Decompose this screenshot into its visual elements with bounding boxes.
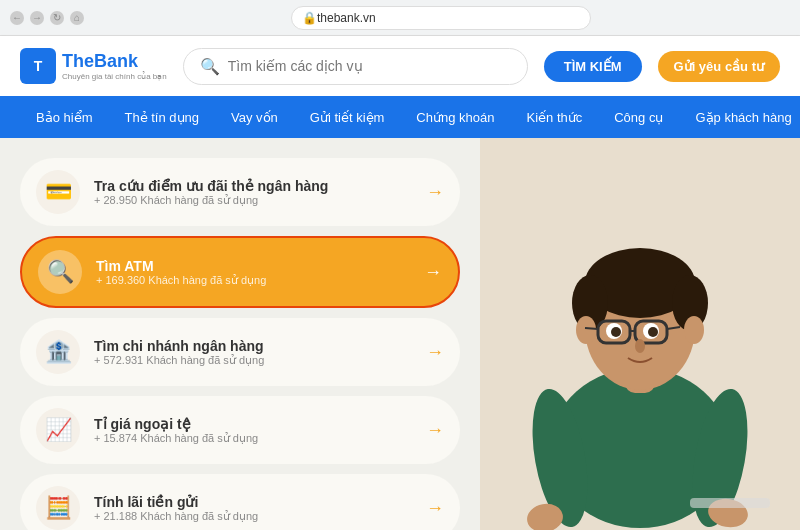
- svg-point-8: [684, 316, 704, 344]
- refresh-btn[interactable]: ↻: [50, 11, 64, 25]
- nav-item-bảo-hiểm[interactable]: Bảo hiểm: [20, 96, 108, 138]
- service-info-tra-cuu: Tra cứu điểm ưu đãi thẻ ngân hàng + 28.9…: [94, 178, 412, 207]
- service-subtitle-tim-chi-nhanh: + 572.931 Khách hàng đã sử dụng: [94, 354, 412, 367]
- service-item-tim-atm[interactable]: 🔍 Tìm ATM + 169.360 Khách hàng đã sử dụn…: [20, 236, 460, 308]
- service-info-tim-atm: Tìm ATM + 169.360 Khách hàng đã sử dụng: [96, 258, 410, 287]
- service-title-tinh-lai: Tính lãi tiền gửi: [94, 494, 412, 510]
- back-btn[interactable]: ←: [10, 11, 24, 25]
- service-item-tim-chi-nhanh[interactable]: 🏦 Tìm chi nhánh ngân hàng + 572.931 Khác…: [20, 318, 460, 386]
- arrow-icon-tra-cuu: →: [426, 182, 444, 203]
- search-button[interactable]: TÌM KIẾM: [544, 51, 642, 82]
- service-item-tinh-lai[interactable]: 🧮 Tính lãi tiền gửi + 21.188 Khách hàng …: [20, 474, 460, 530]
- header: T TheBank Chuyên gia tài chính của bạn 🔍…: [0, 36, 800, 96]
- svg-point-17: [648, 327, 658, 337]
- arrow-icon-tim-atm: →: [424, 262, 442, 283]
- home-btn[interactable]: ⌂: [70, 11, 84, 25]
- nav-item-kiến-thức[interactable]: Kiến thức: [510, 96, 598, 138]
- main-nav: Bảo hiểmThẻ tín dụngVay vốnGửi tiết kiệm…: [0, 96, 800, 138]
- address-bar[interactable]: 🔒 thebank.vn: [291, 6, 591, 30]
- service-icon-tim-chi-nhanh: 🏦: [36, 330, 80, 374]
- browser-chrome: ← → ↻ ⌂ 🔒 thebank.vn: [0, 0, 800, 36]
- arrow-icon-tim-chi-nhanh: →: [426, 342, 444, 363]
- service-icon-tinh-lai: 🧮: [36, 486, 80, 530]
- logo[interactable]: T TheBank Chuyên gia tài chính của bạn: [20, 48, 167, 84]
- nav-item-vay-vốn[interactable]: Vay vốn: [215, 96, 294, 138]
- service-title-ti-gia: Tỉ giá ngoại tệ: [94, 416, 412, 432]
- search-icon: 🔍: [200, 57, 220, 76]
- nav-item-gặp-khách-hàng[interactable]: Gặp khách hàng: [679, 96, 800, 138]
- service-info-tinh-lai: Tính lãi tiền gửi + 21.188 Khách hàng đã…: [94, 494, 412, 523]
- svg-line-12: [585, 328, 598, 329]
- service-subtitle-tra-cuu: + 28.950 Khách hàng đã sử dụng: [94, 194, 412, 207]
- arrow-icon-tinh-lai: →: [426, 498, 444, 519]
- search-bar[interactable]: 🔍: [183, 48, 528, 85]
- service-icon-tim-atm: 🔍: [38, 250, 82, 294]
- logo-name: TheBank: [62, 51, 167, 72]
- logo-tagline: Chuyên gia tài chính của bạn: [62, 72, 167, 81]
- main-content: 💳 Tra cứu điểm ưu đãi thẻ ngân hàng + 28…: [0, 138, 800, 530]
- nav-item-công-cụ[interactable]: Công cụ: [598, 96, 679, 138]
- svg-point-18: [635, 339, 645, 353]
- nav-item-gửi-tiết-kiệm[interactable]: Gửi tiết kiệm: [294, 96, 401, 138]
- service-icon-ti-gia: 📈: [36, 408, 80, 452]
- service-subtitle-tim-atm: + 169.360 Khách hàng đã sử dụng: [96, 274, 410, 287]
- service-subtitle-tinh-lai: + 21.188 Khách hàng đã sử dụng: [94, 510, 412, 523]
- logo-text: TheBank Chuyên gia tài chính của bạn: [62, 51, 167, 81]
- service-item-tra-cuu[interactable]: 💳 Tra cứu điểm ưu đãi thẻ ngân hàng + 28…: [20, 158, 460, 226]
- url-text: thebank.vn: [317, 11, 376, 25]
- browser-controls: ← → ↻ ⌂: [10, 11, 84, 25]
- svg-point-7: [576, 316, 596, 344]
- service-title-tra-cuu: Tra cứu điểm ưu đãi thẻ ngân hàng: [94, 178, 412, 194]
- contact-button[interactable]: Gửi yêu cầu tư: [658, 51, 780, 82]
- service-icon-tra-cuu: 💳: [36, 170, 80, 214]
- svg-point-16: [611, 327, 621, 337]
- url-icon: 🔒: [302, 11, 317, 25]
- svg-rect-23: [690, 498, 770, 508]
- service-item-ti-gia[interactable]: 📈 Tỉ giá ngoại tệ + 15.874 Khách hàng đã…: [20, 396, 460, 464]
- service-info-ti-gia: Tỉ giá ngoại tệ + 15.874 Khách hàng đã s…: [94, 416, 412, 445]
- service-info-tim-chi-nhanh: Tìm chi nhánh ngân hàng + 572.931 Khách …: [94, 338, 412, 367]
- logo-icon: T: [20, 48, 56, 84]
- forward-btn[interactable]: →: [30, 11, 44, 25]
- search-input[interactable]: [228, 58, 511, 74]
- arrow-icon-ti-gia: →: [426, 420, 444, 441]
- nav-item-thẻ-tín-dụng[interactable]: Thẻ tín dụng: [108, 96, 215, 138]
- service-subtitle-ti-gia: + 15.874 Khách hàng đã sử dụng: [94, 432, 412, 445]
- service-title-tim-chi-nhanh: Tìm chi nhánh ngân hàng: [94, 338, 412, 354]
- right-panel: [480, 138, 800, 530]
- left-panel: 💳 Tra cứu điểm ưu đãi thẻ ngân hàng + 28…: [0, 138, 480, 530]
- nav-item-chứng-khoán[interactable]: Chứng khoán: [400, 96, 510, 138]
- service-title-tim-atm: Tìm ATM: [96, 258, 410, 274]
